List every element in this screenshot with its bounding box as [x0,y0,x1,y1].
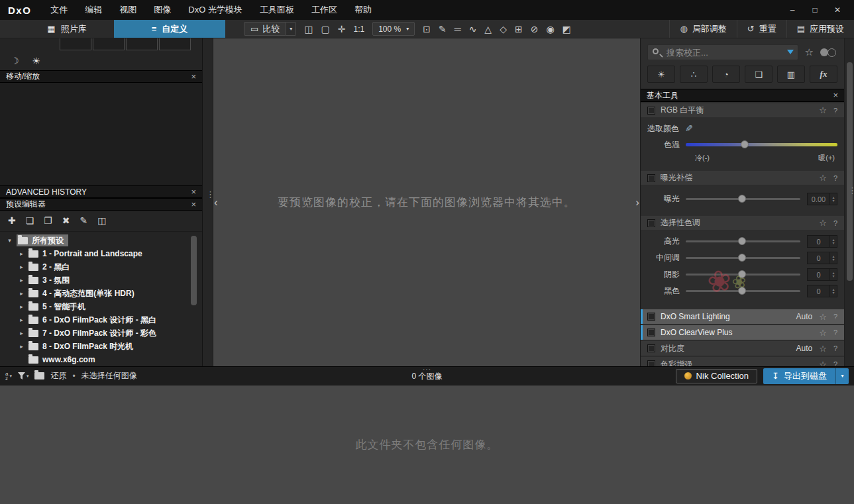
star-icon[interactable]: ☆ [819,344,827,354]
horizon-tool-icon[interactable]: ═ [454,24,461,34]
advanced-history-panel-header[interactable]: ADVANCED HISTORY × [0,185,202,198]
collapse-right-panel-icon[interactable]: › [635,196,639,209]
value-stepper[interactable]: ▴ ▾ [829,236,837,247]
help-icon[interactable]: ? [833,344,837,352]
reset-button[interactable]: ↺ 重置 [737,20,786,38]
stepper-down-icon[interactable]: ▾ [832,291,834,295]
tree-item-preset-folder[interactable]: ▸ 6 - DxO FilmPack 设计师 - 黑白 [0,313,202,327]
basic-tools-header[interactable]: 基本工具 × [641,89,844,102]
close-icon[interactable]: × [191,188,196,196]
help-icon[interactable]: ? [833,328,837,336]
compare-button[interactable]: ▭ 比较 [244,22,286,36]
selective-tone-panel-header[interactable]: 选择性色调 ☆ ? [641,216,844,230]
zoom-1to1-button[interactable]: 1:1 [354,25,365,34]
slider-handle[interactable] [738,254,746,262]
close-button[interactable]: ✕ [826,0,849,20]
histogram-channel-box[interactable] [159,38,191,50]
menu-optics-modules[interactable]: DxO 光学模块 [180,0,251,20]
stepper-down-icon[interactable]: ▾ [832,199,834,203]
star-icon[interactable]: ☆ [819,360,827,367]
chevron-right-icon[interactable]: ▸ [19,330,25,336]
contrast-checkbox[interactable] [647,344,655,352]
filter-funnel-icon[interactable] [787,50,794,54]
value-stepper[interactable]: ▴ ▾ [829,285,837,297]
tab-customize[interactable]: ≡ 自定义 [114,20,225,38]
chevron-right-icon[interactable]: ▸ [19,277,25,283]
chevron-right-icon[interactable]: ▸ [19,250,25,257]
close-icon[interactable]: × [833,91,838,99]
pan-tool-icon[interactable]: ✛ [338,24,346,34]
value-stepper[interactable]: ▴ ▾ [829,252,837,264]
slider-handle[interactable] [741,140,749,148]
chevron-right-icon[interactable]: ▸ [19,264,25,270]
tree-item-preset-folder[interactable]: ▸ 8 - DxO FilmPack 时光机 [0,340,202,353]
active-corrections-toggle-icon[interactable] [820,48,836,57]
menu-edit[interactable]: 编辑 [76,0,111,20]
compare-dropdown[interactable]: ▾ [286,22,296,36]
sort-az-icon[interactable]: a z ▾ [5,372,12,381]
eyedropper-icon[interactable]: ✎ [685,123,693,134]
move-zoom-panel-header[interactable]: 移动/缩放 × [0,70,202,83]
help-icon[interactable]: ? [833,219,837,227]
highlights-value-box[interactable]: 0 ▴ ▾ [807,235,837,248]
clearview-row[interactable]: DxO ClearView Plus ☆ ? [641,325,844,340]
rename-preset-icon[interactable]: ✎ [80,215,88,226]
filter-icon[interactable]: ▾ [18,372,29,379]
help-icon[interactable]: ? [833,360,837,366]
tree-item-all-presets[interactable]: ▾ 所有预设 [0,234,202,247]
restore-button[interactable]: 还原 [50,370,66,381]
slider-handle[interactable] [738,195,746,203]
export-to-disk-button[interactable]: ↧ 导出到磁盘 [763,368,835,384]
tree-item-preset-folder[interactable]: ▸ 4 - 高动态范围(单张 HDR) [0,287,202,300]
highlight-clipping-sun-icon[interactable]: ☀ [32,56,41,66]
exposure-slider[interactable] [686,195,800,203]
stepper-down-icon[interactable]: ▾ [832,242,834,245]
nik-collection-button[interactable]: Nik Collection [676,369,757,383]
search-input[interactable] [647,44,798,60]
smart-lighting-mode[interactable]: Auto [796,312,813,321]
shadows-value-box[interactable]: 0 ▴ ▾ [807,268,837,281]
help-icon[interactable]: ? [833,313,837,321]
slider-handle[interactable] [738,287,746,295]
control-line-tool-icon[interactable]: △ [484,24,492,34]
slider-handle[interactable] [738,270,746,278]
value-stepper[interactable]: ▴ ▾ [829,193,837,205]
maximize-button[interactable]: □ [804,0,826,20]
chevron-down-icon[interactable]: ▾ [7,237,13,244]
tab-color[interactable]: ∴ [680,66,708,83]
single-view-icon[interactable]: ▢ [321,24,330,34]
chevron-right-icon[interactable]: ▸ [19,290,25,297]
stepper-down-icon[interactable]: ▾ [832,258,834,262]
zoom-level-dropdown[interactable]: 100 % ▾ [372,22,415,36]
split-view-icon[interactable]: ◫ [304,24,313,34]
tab-light[interactable]: ☀ [647,66,675,83]
tree-item-preset-folder[interactable]: ▸ 3 - 氛围 [0,274,202,287]
menu-help[interactable]: 帮助 [346,0,380,20]
apply-preset-button[interactable]: ▤ 应用预设 [786,20,854,38]
perspective-tool-icon[interactable]: ⊞ [515,24,523,34]
smart-lighting-checkbox[interactable] [647,313,655,321]
clearview-checkbox[interactable] [647,328,655,336]
save-preset-icon[interactable]: ◫ [97,215,106,226]
tree-item-preset-folder[interactable]: www.x6g.com [0,353,202,366]
white-balance-panel-header[interactable]: RGB 白平衡 ☆ ? [641,103,844,117]
preset-editor-panel-header[interactable]: 预设编辑器 × [0,198,202,211]
menu-view[interactable]: 视图 [111,0,145,20]
histogram-channel-box[interactable] [60,38,91,50]
midtones-slider[interactable] [686,254,800,262]
star-icon[interactable]: ☆ [819,312,827,322]
tab-local[interactable]: ▥ [777,66,805,83]
tab-detail[interactable]: ◔ [712,66,740,83]
midtones-value-box[interactable]: 0 ▴ ▾ [807,252,837,264]
contrast-row[interactable]: 对比度 Auto ☆ ? [641,341,844,356]
minimize-button[interactable]: – [781,0,804,20]
mask-tool-icon[interactable]: ◩ [562,24,571,34]
duplicate-preset-icon[interactable]: ❐ [44,215,52,226]
menu-workspace[interactable]: 工作区 [303,0,346,20]
tree-item-preset-folder[interactable]: ▸ 5 - 智能手机 [0,300,202,313]
tree-item-preset-folder[interactable]: ▸ 2 - 黑白 [0,260,202,274]
attach-tool-icon[interactable]: ⊘ [531,24,539,34]
stepper-down-icon[interactable]: ▾ [832,275,834,278]
preset-from-image-icon[interactable]: ❏ [26,215,34,226]
exposure-value-box[interactable]: 0.00 ▴ ▾ [807,193,837,205]
